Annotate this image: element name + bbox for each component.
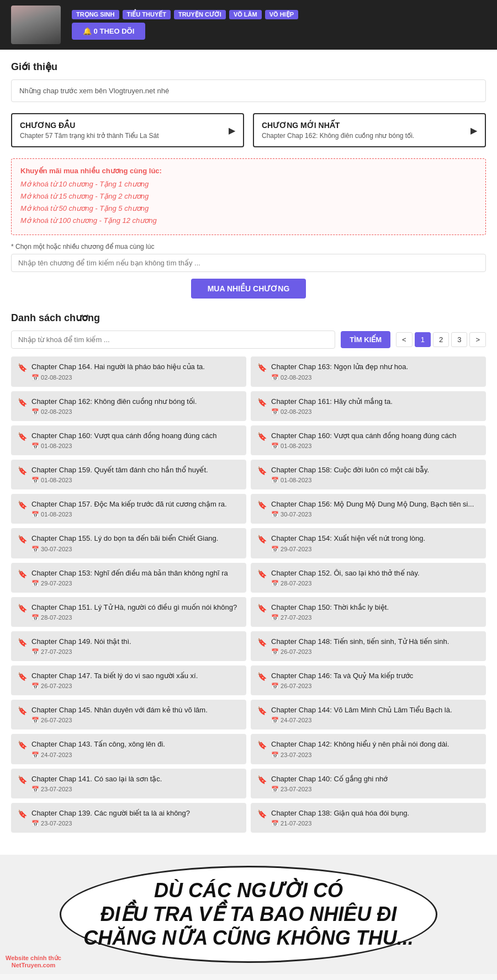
chapter-item[interactable]: 🔖 Chapter Chap 152. Ôi, sao lại khó thở … bbox=[251, 563, 486, 593]
chapter-item[interactable]: 🔖 Chapter Chap 144: Võ Lâm Minh Chủ Lâm … bbox=[251, 700, 486, 729]
chapter-item[interactable]: 🔖 Chapter Chap 155. Lý do bọn ta đến bãi… bbox=[11, 528, 246, 558]
chapter-date: 📅 27-07-2023 bbox=[271, 614, 389, 621]
first-chapter-arrow: ▶ bbox=[229, 125, 235, 136]
bookmark-icon: 🔖 bbox=[257, 466, 267, 475]
chapter-item[interactable]: 🔖 Chapter Chap 156: Mộ Dung Mộ Dung Mộ D… bbox=[251, 494, 486, 524]
chapter-title: Chapter Chap 159. Quyết tâm đánh cho hắn… bbox=[31, 465, 208, 475]
chapter-item[interactable]: 🔖 Chapter Chap 150: Thời khắc ly biệt. 📅… bbox=[251, 597, 486, 627]
chapter-title: Chapter Chap 154: Xuất hiện vết nứt tron… bbox=[271, 534, 425, 544]
chapter-item[interactable]: 🔖 Chapter Chap 154: Xuất hiện vết nứt tr… bbox=[251, 528, 486, 558]
chapter-date: 📅 24-07-2023 bbox=[271, 717, 452, 724]
chapter-title: Chapter Chap 164. Hai người là pháo báo … bbox=[31, 362, 205, 372]
page-3-button[interactable]: 3 bbox=[451, 332, 467, 347]
chapter-item[interactable]: 🔖 Chapter Chap 153: Nghĩ đến điều mà bản… bbox=[11, 563, 246, 593]
intro-title: Giới thiệu bbox=[11, 61, 486, 73]
chapter-item[interactable]: 🔖 Chapter Chap 159. Quyết tâm đánh cho h… bbox=[11, 460, 246, 489]
follow-button[interactable]: 🔔 0 THEO DÕI bbox=[72, 23, 145, 40]
chapter-title: Chapter Chap 138: Giận quá hóa đói bụng. bbox=[271, 808, 409, 818]
chapter-item[interactable]: 🔖 Chapter Chap 148: Tiến sinh, tiến sinh… bbox=[251, 631, 486, 661]
chapter-title: Chapter Chap 149. Nói thật thì. bbox=[31, 637, 131, 647]
list-controls: TÌM KIẾM < 1 2 3 > bbox=[11, 331, 486, 349]
bookmark-icon: 🔖 bbox=[18, 706, 27, 715]
chapter-item[interactable]: 🔖 Chapter Chap 161: Hãy chửi mắng ta. 📅 … bbox=[251, 391, 486, 421]
chapter-title: Chapter Chap 147. Ta biết lý do vì sao n… bbox=[31, 671, 198, 681]
chapter-title: Chapter Chap 148: Tiến sinh, tiến sinh, … bbox=[271, 637, 449, 647]
chapter-list-search[interactable] bbox=[11, 331, 335, 349]
chapter-item[interactable]: 🔖 Chapter Chap 139. Các người biết ta là… bbox=[11, 803, 246, 833]
chapter-nav: CHƯƠNG ĐẦU Chapter 57 Tâm trạng khi trở … bbox=[11, 113, 486, 147]
chapter-title: Chapter Chap 153: Nghĩ đến điều mà bản t… bbox=[31, 568, 228, 578]
manga-text-line2: ĐIỀU TRA VỀ TA BAO NHIÊU ĐI bbox=[83, 902, 414, 926]
bookmark-icon: 🔖 bbox=[18, 638, 27, 647]
chapter-title: Chapter Chap 151. Lý Tử Hà, người có điề… bbox=[31, 603, 237, 612]
chapter-item[interactable]: 🔖 Chapter Chap 160: Vượt qua cánh đồng h… bbox=[251, 425, 486, 455]
bookmark-icon: 🔖 bbox=[18, 363, 27, 372]
bookmark-icon: 🔖 bbox=[18, 500, 27, 509]
newest-chapter-button[interactable]: CHƯƠNG MỚI NHẤT Chapter Chap 162: Không … bbox=[253, 113, 486, 147]
chapter-title: Chapter Chap 161: Hãy chửi mắng ta. bbox=[271, 397, 393, 407]
tag-item[interactable]: TRUYỆN CƯỜI bbox=[174, 10, 226, 19]
chapter-item[interactable]: 🔖 Chapter Chap 158: Cuộc đời luôn có một… bbox=[251, 460, 486, 489]
chapter-item[interactable]: 🔖 Chapter Chap 141. Có sao lại là sơn tặ… bbox=[11, 769, 246, 798]
bookmark-icon: 🔖 bbox=[257, 672, 267, 681]
chapter-date: 📅 26-07-2023 bbox=[271, 683, 413, 690]
chapter-item[interactable]: 🔖 Chapter Chap 140: Cố gắng ghi nhớ 📅 23… bbox=[251, 769, 486, 798]
chapter-title: Chapter Chap 144: Võ Lâm Minh Chủ Lâm Ti… bbox=[271, 705, 452, 715]
chapter-item[interactable]: 🔖 Chapter Chap 145. Nhân duyên với đám k… bbox=[11, 700, 246, 729]
page-1-button[interactable]: 1 bbox=[415, 332, 431, 347]
chapter-date: 📅 02-08-2023 bbox=[271, 408, 393, 416]
bookmark-icon: 🔖 bbox=[257, 809, 267, 818]
chapter-date: 📅 01-08-2023 bbox=[31, 477, 208, 484]
chapter-item[interactable]: 🔖 Chapter Chap 138: Giận quá hóa đói bụn… bbox=[251, 803, 486, 833]
first-chapter-button[interactable]: CHƯƠNG ĐẦU Chapter 57 Tâm trạng khi trở … bbox=[11, 113, 244, 147]
chapter-date: 📅 27-07-2023 bbox=[31, 648, 131, 656]
chapter-item[interactable]: 🔖 Chapter Chap 142: Không hiểu ý nên phả… bbox=[251, 734, 486, 764]
tag-item[interactable]: VÕ HIỆP bbox=[265, 10, 298, 19]
tag-item[interactable]: VÕ LÂM bbox=[229, 10, 262, 19]
promo-item: Mở khoá từ 50 chương - Tặng 5 chương bbox=[20, 203, 477, 215]
watermark-line1: Website chính thức bbox=[6, 955, 61, 962]
chapter-date: 📅 02-08-2023 bbox=[271, 374, 408, 381]
newest-chapter-arrow: ▶ bbox=[470, 125, 477, 136]
chapter-date: 📅 01-08-2023 bbox=[31, 511, 227, 518]
cover-image bbox=[11, 6, 61, 44]
chapter-buy-search[interactable] bbox=[11, 254, 486, 272]
bookmark-icon: 🔖 bbox=[257, 604, 267, 612]
next-page-button[interactable]: > bbox=[469, 332, 486, 347]
promo-title: Khuyến mãi mua nhiều chương cùng lúc: bbox=[20, 167, 477, 175]
chapter-item[interactable]: 🔖 Chapter Chap 151. Lý Tử Hà, người có đ… bbox=[11, 597, 246, 627]
bookmark-icon: 🔖 bbox=[18, 432, 27, 441]
newest-chapter-sub: Chapter Chap 162: Không điên cuồng như b… bbox=[262, 132, 414, 140]
chapter-title: Chapter Chap 141. Có sao lại là sơn tặc. bbox=[31, 774, 162, 784]
bookmark-icon: 🔖 bbox=[18, 398, 27, 407]
chapter-item[interactable]: 🔖 Chapter Chap 143. Tấn công, xông lên đ… bbox=[11, 734, 246, 764]
header: TRỌNG SINHTIỂU THUYẾTTRUYỆN CƯỜIVÕ LÂMVÕ… bbox=[0, 0, 497, 50]
chapter-item[interactable]: 🔖 Chapter Chap 160: Vượt qua cánh đồng h… bbox=[11, 425, 246, 455]
chapter-item[interactable]: 🔖 Chapter Chap 163: Ngọn lửa đẹp như hoa… bbox=[251, 356, 486, 386]
chapter-item[interactable]: 🔖 Chapter Chap 157. Độc Ma kiếp trước đã… bbox=[11, 494, 246, 524]
chapter-date: 📅 01-08-2023 bbox=[271, 443, 457, 450]
chapter-item[interactable]: 🔖 Chapter Chap 149. Nói thật thì. 📅 27-0… bbox=[11, 631, 246, 661]
page-2-button[interactable]: 2 bbox=[433, 332, 449, 347]
chapter-item[interactable]: 🔖 Chapter Chap 147. Ta biết lý do vì sao… bbox=[11, 665, 246, 695]
tag-item[interactable]: TIỂU THUYẾT bbox=[123, 10, 171, 19]
chapter-item[interactable]: 🔖 Chapter Chap 146: Ta và Quỷ Ma kiếp tr… bbox=[251, 665, 486, 695]
bookmark-icon: 🔖 bbox=[18, 466, 27, 475]
search-button[interactable]: TÌM KIẾM bbox=[341, 331, 390, 348]
chapter-title: Chapter Chap 163: Ngọn lửa đẹp như hoa. bbox=[271, 362, 408, 372]
chapter-title: Chapter Chap 162: Không điên cuồng như b… bbox=[31, 397, 197, 407]
chapter-date: 📅 30-07-2023 bbox=[31, 546, 218, 553]
chapter-title: Chapter Chap 158: Cuộc đời luôn có một c… bbox=[271, 465, 429, 475]
pagination: < 1 2 3 > bbox=[396, 332, 486, 347]
chapter-item[interactable]: 🔖 Chapter Chap 164. Hai người là pháo bá… bbox=[11, 356, 246, 386]
bookmark-icon: 🔖 bbox=[257, 775, 267, 784]
watermark: Website chính thức NetTruyen.com bbox=[6, 955, 61, 968]
chapter-date: 📅 29-07-2023 bbox=[271, 546, 425, 553]
buy-chapters-button[interactable]: MUA NHIỀU CHƯƠNG bbox=[191, 279, 306, 299]
prev-page-button[interactable]: < bbox=[396, 332, 413, 347]
chapter-date: 📅 23-07-2023 bbox=[271, 752, 449, 759]
chapter-title: Chapter Chap 156: Mộ Dung Mộ Dung Mộ Dun… bbox=[271, 499, 474, 509]
bookmark-icon: 🔖 bbox=[257, 432, 267, 441]
chapter-item[interactable]: 🔖 Chapter Chap 162: Không điên cuồng như… bbox=[11, 391, 246, 421]
tag-item[interactable]: TRỌNG SINH bbox=[72, 10, 119, 19]
